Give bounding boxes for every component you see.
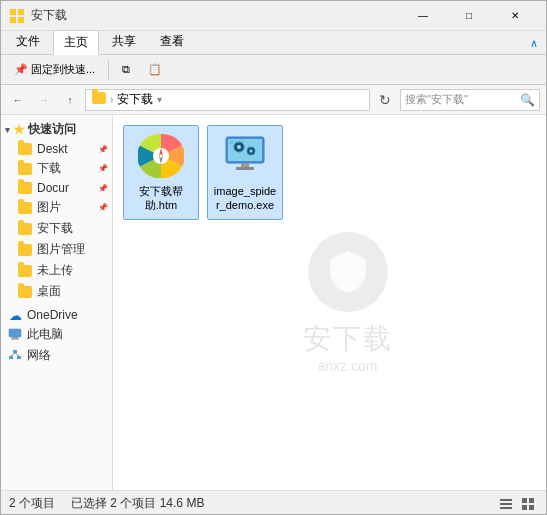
onedrive-icon: ☁ bbox=[7, 308, 23, 322]
pin-icon: 📌 bbox=[14, 63, 28, 76]
svg-rect-27 bbox=[500, 503, 512, 505]
sidebar-item-desktop[interactable]: Deskt 📌 bbox=[1, 140, 112, 158]
svg-rect-22 bbox=[241, 163, 249, 167]
svg-rect-29 bbox=[522, 498, 527, 503]
file-item-exe[interactable]: image_spider_demo.exe bbox=[207, 125, 283, 220]
pin-icon-desktop: 📌 bbox=[98, 145, 108, 154]
view-controls bbox=[496, 494, 538, 514]
paste-btn[interactable]: 📋 bbox=[141, 59, 169, 81]
sidebar-item-pictures[interactable]: 图片 📌 bbox=[1, 197, 112, 218]
computer-icon bbox=[7, 328, 23, 342]
svg-rect-31 bbox=[522, 505, 527, 510]
folder-icon-desktop bbox=[17, 142, 33, 156]
svg-point-21 bbox=[250, 150, 253, 153]
tab-view[interactable]: 查看 bbox=[149, 29, 195, 54]
svg-rect-9 bbox=[17, 356, 21, 359]
sidebar-item-anzaixia[interactable]: 安下载 bbox=[1, 218, 112, 239]
path-separator: › bbox=[110, 94, 113, 105]
svg-rect-7 bbox=[13, 350, 17, 353]
view-icons-button[interactable] bbox=[518, 494, 538, 514]
folder-icon-imagemgr bbox=[17, 243, 33, 257]
svg-rect-1 bbox=[18, 9, 24, 15]
main-content: ▾ ★ 快速访问 Deskt 📌 下载 📌 Docur 📌 图片 bbox=[1, 115, 546, 490]
sidebar-item-documents-label: Docur bbox=[37, 181, 94, 195]
back-button[interactable]: ← bbox=[7, 89, 29, 111]
refresh-icon: ↻ bbox=[379, 92, 391, 108]
sidebar: ▾ ★ 快速访问 Deskt 📌 下载 📌 Docur 📌 图片 bbox=[1, 115, 113, 490]
maximize-button[interactable]: □ bbox=[446, 1, 492, 31]
pin-icon-documents: 📌 bbox=[98, 184, 108, 193]
title-bar-left: 安下载 bbox=[9, 7, 67, 24]
sidebar-item-imagemgr[interactable]: 图片管理 bbox=[1, 239, 112, 260]
pin-to-quickaccess-btn[interactable]: 📌 固定到快速... bbox=[7, 59, 102, 81]
sidebar-item-imagemgr-label: 图片管理 bbox=[37, 241, 108, 258]
svg-rect-24 bbox=[230, 141, 233, 144]
chevron-down-icon: ▾ bbox=[5, 125, 10, 135]
folder-icon-anzaixia bbox=[17, 222, 33, 236]
svg-rect-0 bbox=[10, 9, 16, 15]
divider bbox=[108, 60, 109, 80]
window-title: 安下载 bbox=[31, 7, 67, 24]
item-count: 2 个项目 bbox=[9, 495, 55, 512]
view-details-button[interactable] bbox=[496, 494, 516, 514]
sidebar-item-taskbar[interactable]: 桌面 bbox=[1, 281, 112, 302]
sidebar-item-taskbar-label: 桌面 bbox=[37, 283, 108, 300]
folder-icon-download bbox=[17, 162, 33, 176]
svg-line-11 bbox=[15, 353, 19, 356]
paste-icon: 📋 bbox=[148, 63, 162, 76]
title-bar-controls: — □ ✕ bbox=[400, 1, 538, 31]
sidebar-item-notuploaded[interactable]: 未上传 bbox=[1, 260, 112, 281]
close-button[interactable]: ✕ bbox=[492, 1, 538, 31]
sidebar-item-documents[interactable]: Docur 📌 bbox=[1, 179, 112, 197]
folder-icon-pictures bbox=[17, 201, 33, 215]
window-icon bbox=[9, 8, 25, 24]
file-icon-exe bbox=[221, 132, 269, 180]
forward-button[interactable]: → bbox=[33, 89, 55, 111]
folder-icon-taskbar bbox=[17, 285, 33, 299]
tab-home[interactable]: 主页 bbox=[53, 30, 99, 55]
svg-rect-2 bbox=[10, 17, 16, 23]
copy-btn[interactable]: ⧉ bbox=[115, 59, 137, 81]
pin-icon-pictures: 📌 bbox=[98, 203, 108, 212]
svg-rect-25 bbox=[235, 141, 243, 143]
up-button[interactable]: ↑ bbox=[59, 89, 81, 111]
file-label-htm: 安下载帮助.htm bbox=[128, 184, 194, 213]
sidebar-item-network-label: 网络 bbox=[27, 347, 108, 364]
sidebar-item-anzaixia-label: 安下载 bbox=[37, 220, 108, 237]
sidebar-item-network[interactable]: 网络 bbox=[1, 345, 112, 366]
quickaccess-label: 快速访问 bbox=[28, 121, 76, 138]
svg-rect-30 bbox=[529, 498, 534, 503]
pin-icon-download: 📌 bbox=[98, 164, 108, 173]
sidebar-item-thispc-label: 此电脑 bbox=[27, 326, 108, 343]
file-item-htm[interactable]: 安下载帮助.htm bbox=[123, 125, 199, 220]
refresh-button[interactable]: ↻ bbox=[374, 89, 396, 111]
file-area[interactable]: 安下载 anxz.com bbox=[113, 115, 546, 490]
folder-icon-notuploaded bbox=[17, 264, 33, 278]
status-bar: 2 个项目 已选择 2 个项目 14.6 MB bbox=[1, 490, 546, 515]
address-path[interactable]: › 安下载 ▾ bbox=[85, 89, 370, 111]
sidebar-item-thispc[interactable]: 此电脑 bbox=[1, 324, 112, 345]
tab-file[interactable]: 文件 bbox=[5, 29, 51, 54]
sidebar-item-onedrive[interactable]: ☁ OneDrive bbox=[1, 306, 112, 324]
path-dropdown-arrow: ▾ bbox=[157, 94, 162, 105]
search-box[interactable]: 搜索"安下载" 🔍 bbox=[400, 89, 540, 111]
svg-rect-17 bbox=[228, 139, 262, 161]
svg-point-19 bbox=[237, 145, 241, 149]
quickaccess-header[interactable]: ▾ ★ 快速访问 bbox=[1, 119, 112, 140]
watermark-text: 安下载 bbox=[303, 320, 393, 358]
ribbon-bar: 📌 固定到快速... ⧉ 📋 bbox=[1, 55, 546, 85]
watermark-subtext: anxz.com bbox=[318, 358, 378, 374]
quickaccess-star-icon: ★ bbox=[13, 122, 25, 137]
sidebar-item-download[interactable]: 下载 📌 bbox=[1, 158, 112, 179]
ribbon-expand-btn[interactable]: ∧ bbox=[522, 34, 546, 53]
quickaccess-section: ▾ ★ 快速访问 Deskt 📌 下载 📌 Docur 📌 图片 bbox=[1, 119, 112, 302]
sidebar-item-notuploaded-label: 未上传 bbox=[37, 262, 108, 279]
svg-rect-3 bbox=[18, 17, 24, 23]
minimize-button[interactable]: — bbox=[400, 1, 446, 31]
file-icon-htm bbox=[137, 132, 185, 180]
folder-icon-documents bbox=[17, 181, 33, 195]
tab-share[interactable]: 共享 bbox=[101, 29, 147, 54]
svg-rect-8 bbox=[9, 356, 13, 359]
search-icon[interactable]: 🔍 bbox=[520, 93, 535, 107]
svg-rect-6 bbox=[11, 339, 19, 340]
